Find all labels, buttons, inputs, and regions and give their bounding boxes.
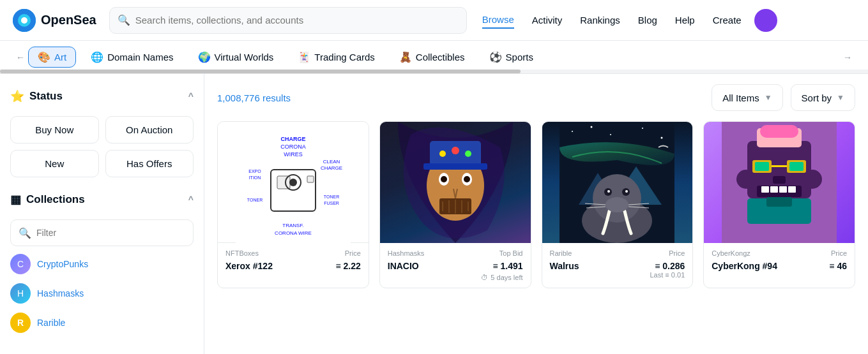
svg-point-34 (439, 151, 446, 157)
nav-create[interactable]: Create (713, 12, 742, 28)
card-timer-hashmasks: ⏱ 5 days left (388, 274, 523, 281)
card-body-hashmasks: Hashmasks Top Bid INACIO ≡ 1.491 ⏱ 5 day… (380, 243, 531, 288)
last-price-rarible: ≡ 0.01 (665, 271, 685, 279)
collections-filter-input[interactable] (36, 228, 185, 238)
cat-tab-sports[interactable]: ⚽ Sports (480, 47, 543, 68)
svg-rect-69 (779, 186, 787, 193)
card-meta-hashmasks: Hashmasks Top Bid (388, 249, 523, 257)
card-body-nftboxes: NFTBoxes Price Xerox #122 ≡ 2.22 (218, 243, 369, 277)
cat-label-collectibles: Collectibles (416, 52, 465, 63)
cat-tab-virtual-worlds[interactable]: 🌍 Virtual Worlds (188, 47, 284, 68)
cryptopunks-avatar: C (10, 254, 31, 274)
all-items-filter-btn[interactable]: All Items ▼ (712, 84, 782, 111)
card-price-hashmasks: ≡ 1.491 (492, 261, 522, 271)
avatar[interactable] (754, 9, 777, 32)
status-btn-on-auction[interactable]: On Auction (105, 116, 194, 144)
filter-controls: All Items ▼ Sort by ▼ (712, 84, 855, 111)
virtual-worlds-icon: 🌍 (198, 51, 211, 63)
svg-text:TONER: TONER (247, 198, 263, 202)
timer-icon: ⏱ (481, 274, 488, 281)
card-hashmasks-inacio[interactable]: Hashmasks Top Bid INACIO ≡ 1.491 ⏱ 5 day… (379, 121, 531, 288)
card-price-row-cyberkongz: CyberKong #94 ≡ 46 (712, 261, 847, 271)
category-scrollbar-thumb[interactable] (0, 70, 521, 73)
svg-point-41 (642, 128, 643, 129)
card-name-nftboxes: Xerox #122 (225, 261, 273, 271)
card-image-rarible (542, 122, 693, 243)
svg-text:CHARGE: CHARGE (280, 136, 305, 142)
svg-text:EXPO: EXPO (248, 169, 261, 173)
content-area: 1,008,776 results All Items ▼ Sort by ▼ (204, 74, 868, 354)
domain-icon: 🌐 (91, 51, 103, 63)
card-price-row-rarible: Walrus ≡ 0.286 (550, 261, 685, 271)
all-items-chevron-icon: ▼ (765, 93, 772, 102)
collection-list: C CryptoPunks H Hashmasks R Rarible (10, 254, 194, 333)
nav-activity[interactable]: Activity (532, 12, 563, 28)
cat-tab-art[interactable]: 🎨 Art (28, 47, 76, 68)
nav-browse[interactable]: Browse (482, 11, 514, 29)
rarible-avatar: R (10, 313, 31, 333)
cat-label-virtual-worlds: Virtual Worlds (215, 52, 274, 63)
svg-point-42 (661, 137, 663, 139)
nav-rankings[interactable]: Rankings (580, 12, 620, 28)
svg-text:CORONA: CORONA (280, 144, 306, 150)
filter-search-icon: 🔍 (19, 227, 31, 239)
collection-item-rarible[interactable]: R Rarible (10, 313, 194, 333)
logo-icon (13, 9, 36, 32)
status-btn-has-offers[interactable]: Has Offers (105, 150, 194, 177)
trading-cards-icon: 🃏 (298, 51, 310, 63)
svg-point-14 (289, 179, 297, 186)
card-price-row-nftboxes: Xerox #122 ≡ 2.22 (225, 261, 361, 271)
svg-text:CORONA WIRE: CORONA WIRE (275, 230, 312, 236)
sort-by-chevron-icon: ▼ (837, 93, 844, 102)
svg-point-38 (572, 131, 573, 132)
card-price-rarible: ≡ 0.286 (655, 261, 685, 271)
card-price-label-cyberkongz: Price (831, 249, 847, 257)
card-meta-cyberkongz: CyberKongz Price (712, 249, 847, 257)
logo-name: OpenSea (41, 13, 96, 27)
scroll-left-arrow[interactable]: ← (13, 50, 28, 65)
card-body-rarible: Rarible Price Walrus ≡ 0.286 Last ≡ 0.01 (542, 243, 693, 285)
card-collection-rarible: Rarible (550, 249, 572, 257)
card-image-hashmasks (380, 122, 531, 243)
search-input[interactable] (135, 15, 459, 26)
cat-label-art: Art (54, 52, 66, 63)
collections-filter[interactable]: 🔍 (10, 219, 194, 246)
last-label-rarible: Last (650, 271, 664, 279)
nav-help[interactable]: Help (675, 12, 695, 28)
search-bar[interactable]: 🔍 (109, 7, 467, 34)
collectibles-icon: 🧸 (399, 51, 412, 63)
nav-blog[interactable]: Blog (638, 12, 657, 28)
collections-section-label: Collections (26, 193, 85, 206)
card-price-label-hashmasks: Top Bid (499, 249, 523, 257)
svg-text:ITION: ITION (249, 175, 261, 180)
collection-item-cryptopunks[interactable]: C CryptoPunks (10, 254, 194, 274)
status-section-header[interactable]: ⭐ Status ^ (10, 84, 194, 108)
svg-point-73 (736, 170, 756, 189)
collections-section: ▦ Collections ^ 🔍 C CryptoPunks H Hashma… (10, 188, 194, 333)
svg-point-74 (803, 170, 822, 189)
card-rarible-walrus[interactable]: Rarible Price Walrus ≡ 0.286 Last ≡ 0.01 (542, 121, 694, 288)
svg-point-25 (464, 176, 470, 182)
cat-tab-trading-cards[interactable]: 🃏 Trading Cards (288, 47, 384, 68)
star-icon: ⭐ (10, 89, 24, 103)
status-btn-buy-now[interactable]: Buy Now (10, 116, 99, 144)
card-cyberkongz[interactable]: CyberKongz Price CyberKong #94 ≡ 46 (703, 121, 855, 288)
cat-tab-domain-names[interactable]: 🌐 Domain Names (81, 47, 183, 68)
logo[interactable]: OpenSea (13, 9, 96, 32)
collection-item-hashmasks[interactable]: H Hashmasks (10, 283, 194, 304)
svg-text:WIRES: WIRES (284, 151, 303, 158)
category-scrollbar-track (0, 70, 868, 73)
collections-section-header[interactable]: ▦ Collections ^ (10, 188, 194, 212)
sort-by-filter-btn[interactable]: Sort by ▼ (791, 84, 855, 111)
svg-rect-65 (773, 176, 786, 184)
cat-tab-collectibles[interactable]: 🧸 Collectibles (390, 47, 475, 68)
svg-text:CHARGE: CHARGE (321, 165, 342, 171)
card-nftboxes-xerox[interactable]: CHARGE CORONA WIRES EXPO ITION CLEAN CHA… (217, 121, 369, 288)
grid-icon: ▦ (10, 193, 21, 207)
card-body-cyberkongz: CyberKongz Price CyberKong #94 ≡ 46 (704, 243, 855, 277)
card-price-cyberkongz: ≡ 46 (829, 261, 847, 271)
scroll-right-arrow[interactable]: → (840, 50, 855, 65)
card-price-label-nftboxes: Price (345, 249, 361, 257)
card-meta-nftboxes: NFTBoxes Price (225, 249, 361, 257)
status-btn-new[interactable]: New (10, 150, 99, 177)
